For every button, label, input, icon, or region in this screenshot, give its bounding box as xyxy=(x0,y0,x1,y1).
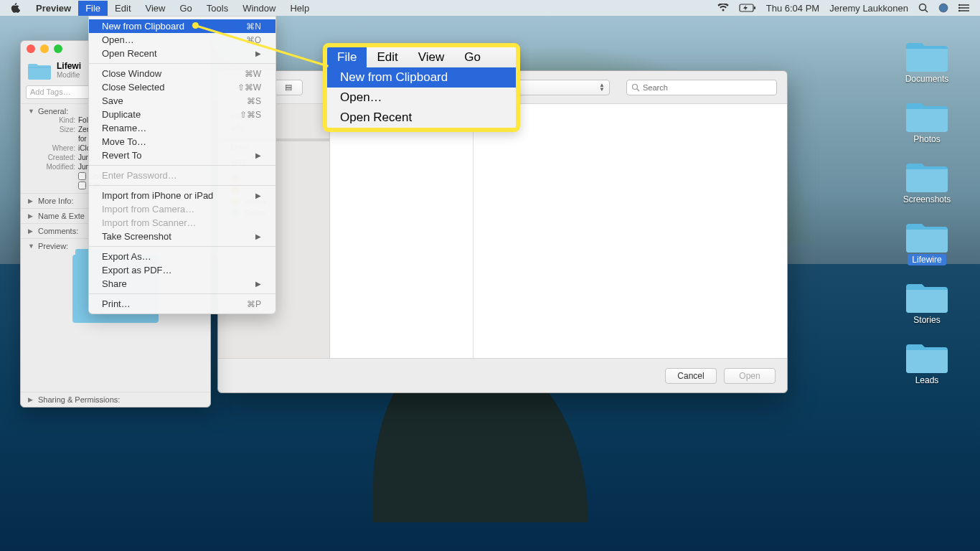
menu-window[interactable]: Window xyxy=(235,1,283,16)
siri-icon[interactable] xyxy=(938,3,948,13)
menu-print[interactable]: Print…⌘P xyxy=(89,297,275,311)
menu-item-label: Open Recent xyxy=(102,48,157,59)
search-field[interactable] xyxy=(626,80,777,95)
menu-item-label: Close Window xyxy=(102,68,161,79)
menu-share[interactable]: Share▶ xyxy=(89,277,275,291)
section-sharing: ▶Sharing & Permissions: xyxy=(21,392,210,407)
submenu-arrow-icon: ▶ xyxy=(255,232,261,240)
spotlight-icon[interactable] xyxy=(918,3,928,13)
menu-edit[interactable]: Edit xyxy=(108,1,138,16)
menu-export-pdf[interactable]: Export as PDF… xyxy=(89,263,275,277)
updown-icon: ▲▼ xyxy=(599,83,605,92)
menubar-right: Thu 6:04 PM Jeremy Laukkonen xyxy=(717,3,980,14)
value-size2: for xyxy=(78,135,87,143)
callout-menubar: File Edit View Go xyxy=(327,47,516,67)
search-input[interactable] xyxy=(643,83,772,92)
submenu-arrow-icon: ▶ xyxy=(255,280,261,288)
desktop-folder-stories[interactable]: Stories xyxy=(891,280,963,326)
folder-icon xyxy=(906,39,948,72)
menu-help[interactable]: Help xyxy=(283,1,316,16)
menu-take-screenshot[interactable]: Take Screenshot▶ xyxy=(89,230,275,243)
callout-menu-view: View xyxy=(408,47,455,67)
desktop-folder-lifewire[interactable]: Lifewire xyxy=(891,220,963,265)
submenu-arrow-icon: ▶ xyxy=(255,50,261,57)
callout-item-new: New from Clipboard xyxy=(327,67,516,88)
menu-duplicate[interactable]: Duplicate⇧⌘S xyxy=(89,108,275,121)
menu-close-selected[interactable]: Close Selected⇧⌘W xyxy=(89,80,275,94)
cancel-button[interactable]: Cancel xyxy=(665,368,717,384)
menu-move-to[interactable]: Move To… xyxy=(89,135,275,149)
shortcut: ⇧⌘W xyxy=(237,83,261,93)
menu-item-label: Duplicate xyxy=(102,109,141,120)
desktop-folder-screenshots[interactable]: Screenshots xyxy=(891,159,963,205)
desktop-folder-photos[interactable]: Photos xyxy=(891,99,963,145)
menu-separator xyxy=(89,246,275,247)
desktop-folder-leads[interactable]: Leads xyxy=(891,340,963,386)
desktop-icon-label: Photos xyxy=(909,133,944,145)
menu-close-window[interactable]: Close Window⌘W xyxy=(89,67,275,80)
menu-save[interactable]: Save⌘S xyxy=(89,94,275,108)
desktop-icon-label: Leads xyxy=(911,375,943,386)
callout-menu-file: File xyxy=(327,47,367,67)
menu-export-as[interactable]: Export As… xyxy=(89,250,275,263)
wifi-icon[interactable] xyxy=(717,4,729,12)
close-button[interactable] xyxy=(27,44,35,53)
menu-item-label: Take Screenshot xyxy=(102,231,171,242)
view-mode-button[interactable]: ▤ xyxy=(274,80,303,95)
menu-item-label: Move To… xyxy=(102,136,146,147)
menu-separator xyxy=(89,293,275,294)
column-2[interactable] xyxy=(473,104,787,358)
clock[interactable]: Thu 6:04 PM xyxy=(766,3,819,14)
menu-item-label: Open… xyxy=(102,34,134,45)
disclosure-icon: ▶ xyxy=(28,396,35,403)
menu-item-label: Import from Camera… xyxy=(102,204,194,215)
menu-import-iphone[interactable]: Import from iPhone or iPad▶ xyxy=(89,189,275,202)
menu-item-label: Enter Password… xyxy=(102,170,177,181)
column-1[interactable] xyxy=(330,104,473,358)
menu-open-recent[interactable]: Open Recent▶ xyxy=(89,47,275,60)
menu-item-label: Export as PDF… xyxy=(102,265,172,276)
label-created: Created: xyxy=(37,154,78,161)
dialog-body: ctions ads Drive ents Yellow Green xyxy=(218,104,787,358)
svg-rect-1 xyxy=(754,6,755,9)
shortcut: ⌘S xyxy=(247,96,261,106)
info-file-title: Lifewi xyxy=(57,61,81,71)
traffic-lights xyxy=(27,44,62,53)
submenu-arrow-icon: ▶ xyxy=(255,151,261,159)
menu-separator xyxy=(89,165,275,166)
menubar-left: Preview File Edit View Go Tools Window H… xyxy=(0,1,717,16)
user-name[interactable]: Jeremy Laukkonen xyxy=(829,3,908,14)
menu-item-label: Close Selected xyxy=(102,82,164,93)
section-head[interactable]: ▶Sharing & Permissions: xyxy=(28,395,203,404)
callout: File Edit View Go New from Clipboard Ope… xyxy=(323,43,520,132)
zoom-button[interactable] xyxy=(54,44,62,53)
menu-revert-to[interactable]: Revert To▶ xyxy=(89,149,275,162)
shortcut: ⌘P xyxy=(247,299,261,309)
menu-view[interactable]: View xyxy=(138,1,173,16)
menu-tools[interactable]: Tools xyxy=(199,1,235,16)
desktop-icon-label: Stories xyxy=(909,314,944,326)
svg-line-3 xyxy=(925,10,928,13)
minimize-button[interactable] xyxy=(40,44,49,53)
menu-item-label: Print… xyxy=(102,298,131,309)
svg-point-10 xyxy=(958,7,960,9)
submenu-arrow-icon: ▶ xyxy=(255,192,261,199)
battery-icon[interactable] xyxy=(739,4,756,12)
checkbox[interactable] xyxy=(78,182,86,189)
desktop-folder-documents[interactable]: Documents xyxy=(891,39,963,85)
menu-rename[interactable]: Rename… xyxy=(89,121,275,135)
notification-icon[interactable] xyxy=(958,4,970,12)
callout-dropdown: New from Clipboard Open… Open Recent xyxy=(327,67,516,128)
app-name[interactable]: Preview xyxy=(29,1,78,16)
disclosure-icon: ▶ xyxy=(28,197,35,204)
checkbox[interactable] xyxy=(78,172,86,180)
folder-icon xyxy=(906,159,948,192)
label-kind: Kind: xyxy=(37,116,78,124)
svg-point-2 xyxy=(920,4,926,11)
desktop-icon-label: Lifewire xyxy=(908,254,946,265)
menu-file[interactable]: File xyxy=(78,1,108,16)
menu-new-from-clipboard[interactable]: New from Clipboard⌘N xyxy=(89,19,275,33)
menu-import-scanner: Import from Scanner… xyxy=(89,216,275,230)
menu-go[interactable]: Go xyxy=(172,1,199,16)
apple-logo-icon[interactable] xyxy=(10,3,20,13)
